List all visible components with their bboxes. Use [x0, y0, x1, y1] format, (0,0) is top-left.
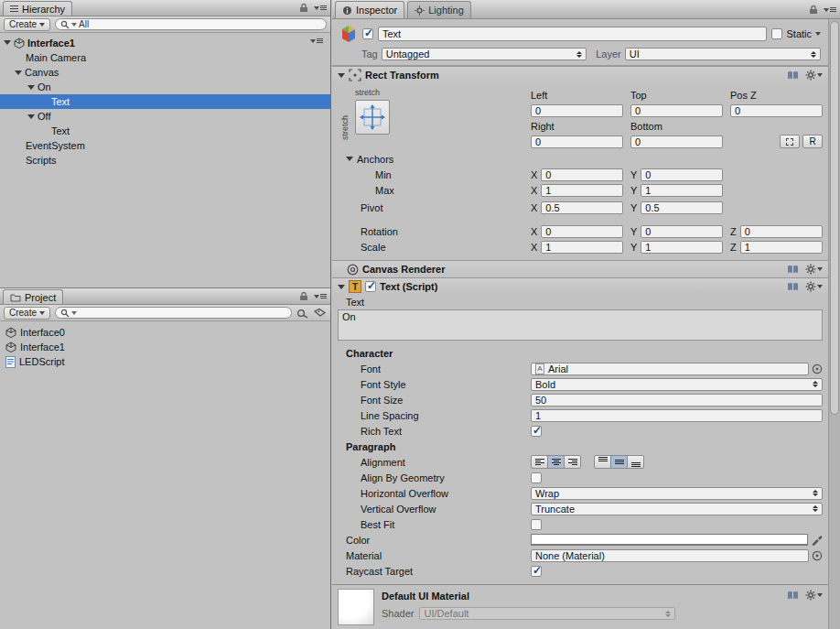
lock-icon[interactable] — [809, 5, 818, 15]
gameobject-name-field[interactable]: Text — [378, 27, 767, 41]
tab-project[interactable]: Project — [3, 289, 63, 304]
align-top-button[interactable] — [594, 455, 611, 469]
top-field[interactable]: 0 — [630, 104, 723, 117]
scene-menu-icon[interactable] — [310, 38, 323, 43]
foldout-icon[interactable] — [15, 70, 22, 75]
object-picker-icon[interactable] — [812, 550, 823, 561]
best-fit-checkbox[interactable] — [531, 519, 542, 530]
font-object-field[interactable]: A Arial — [531, 363, 809, 375]
project-item-interface1[interactable]: Interface1 — [0, 340, 330, 354]
hierarchy-item-canvas[interactable]: Canvas — [0, 65, 330, 80]
bottom-field[interactable]: 0 — [630, 136, 723, 148]
hierarchy-item-off[interactable]: Off — [0, 109, 330, 124]
project-search-input[interactable] — [55, 307, 292, 319]
right-field[interactable]: 0 — [531, 136, 623, 148]
horizontal-overflow-dropdown[interactable]: Wrap — [531, 487, 823, 500]
align-left-button[interactable] — [531, 455, 548, 469]
project-create-button[interactable]: Create — [4, 307, 50, 320]
static-checkbox[interactable] — [771, 28, 782, 39]
hierarchy-scene-row[interactable]: Interface1 — [0, 35, 330, 50]
object-picker-icon[interactable] — [812, 363, 823, 374]
scale-y-field[interactable]: 1 — [641, 241, 723, 254]
eyedropper-icon[interactable] — [811, 534, 823, 546]
foldout-icon[interactable] — [27, 114, 35, 119]
gear-menu[interactable] — [805, 281, 823, 292]
help-book-icon[interactable] — [787, 282, 799, 292]
font-style-dropdown[interactable]: Bold — [531, 378, 823, 391]
vertical-overflow-dropdown[interactable]: Truncate — [531, 503, 823, 515]
material-preview-thumbnail[interactable] — [338, 589, 374, 625]
rotation-x-field[interactable]: 0 — [541, 225, 623, 238]
rotation-z-field[interactable]: 0 — [740, 225, 823, 238]
hierarchy-item-scripts[interactable]: Scripts — [0, 153, 330, 168]
text-script-enabled-checkbox[interactable] — [365, 281, 376, 292]
rect-transform-header[interactable]: Rect Transform — [332, 66, 828, 83]
inspector-scrollbar[interactable] — [828, 19, 840, 629]
gear-menu[interactable] — [805, 70, 823, 81]
static-dropdown-icon[interactable] — [815, 32, 821, 36]
anchor-min-x-field[interactable]: 0 — [541, 168, 623, 181]
align-right-button[interactable] — [564, 455, 581, 469]
text-value-textarea[interactable]: On — [338, 309, 823, 341]
pivot-y-field[interactable]: 0.5 — [641, 201, 723, 214]
help-book-icon[interactable] — [787, 265, 799, 275]
panel-menu-icon[interactable] — [314, 294, 327, 298]
lock-icon[interactable] — [299, 3, 308, 13]
gameobject-active-checkbox[interactable] — [362, 28, 373, 39]
help-book-icon[interactable] — [787, 70, 799, 81]
rotation-y-field[interactable]: 0 — [641, 225, 723, 238]
left-field[interactable]: 0 — [531, 104, 623, 117]
hierarchy-item-text-off[interactable]: Text — [0, 124, 330, 138]
gear-menu[interactable] — [805, 590, 823, 601]
foldout-icon[interactable] — [27, 85, 35, 90]
layer-dropdown[interactable]: UI — [625, 48, 821, 60]
help-book-icon[interactable] — [787, 591, 799, 601]
color-swatch[interactable] — [531, 534, 808, 546]
raycast-target-checkbox[interactable] — [531, 566, 542, 577]
anchor-max-y-field[interactable]: 1 — [641, 184, 723, 197]
tag-dropdown[interactable]: Untagged — [382, 48, 587, 60]
hierarchy-item-text-on-selected[interactable]: Text — [0, 94, 330, 109]
canvas-renderer-header[interactable]: Canvas Renderer — [332, 260, 828, 277]
material-object-field[interactable]: None (Material) — [531, 549, 809, 562]
rich-text-checkbox[interactable] — [531, 426, 542, 437]
text-script-header[interactable]: T Text (Script) — [332, 277, 828, 295]
panel-menu-icon[interactable] — [314, 5, 327, 10]
scale-x-field[interactable]: 1 — [541, 241, 623, 254]
scale-z-field[interactable]: 1 — [740, 241, 823, 254]
lock-icon[interactable] — [299, 291, 308, 301]
raw-edit-button[interactable]: R — [802, 135, 823, 148]
foldout-icon[interactable] — [4, 40, 11, 45]
anchor-preset-button[interactable] — [355, 100, 390, 135]
foldout-icon[interactable] — [338, 285, 345, 289]
align-center-button[interactable] — [547, 455, 565, 469]
search-by-label-icon[interactable] — [314, 308, 327, 319]
project-item-interface0[interactable]: Interface0 — [0, 325, 330, 340]
line-spacing-field[interactable]: 1 — [531, 409, 823, 422]
hierarchy-create-button[interactable]: Create — [4, 18, 50, 31]
font-size-field[interactable]: 50 — [531, 394, 823, 407]
edit-rect-button[interactable] — [780, 135, 800, 148]
foldout-icon[interactable] — [338, 73, 345, 78]
panel-menu-icon[interactable] — [824, 7, 836, 12]
hierarchy-search-input[interactable]: All — [55, 18, 327, 30]
tab-hierarchy[interactable]: Hierarchy — [3, 1, 72, 16]
align-middle-button[interactable] — [610, 455, 628, 469]
anchor-min-y-field[interactable]: 0 — [641, 168, 723, 181]
tab-lighting[interactable]: Lighting — [407, 1, 471, 18]
hierarchy-item-main-camera[interactable]: Main Camera — [0, 50, 330, 65]
align-by-geometry-checkbox[interactable] — [531, 472, 542, 483]
align-bottom-button[interactable] — [627, 455, 644, 469]
hierarchy-item-on[interactable]: On — [0, 80, 330, 94]
shader-dropdown[interactable]: UI/Default — [419, 607, 675, 620]
project-item-ledscript[interactable]: LEDScript — [0, 354, 330, 369]
pivot-x-field[interactable]: 0.5 — [541, 201, 623, 214]
gear-menu[interactable] — [805, 264, 823, 275]
posz-field[interactable]: 0 — [730, 104, 823, 117]
search-by-type-icon[interactable] — [296, 308, 309, 319]
anchors-foldout[interactable]: Anchors — [332, 151, 828, 167]
tab-inspector[interactable]: Inspector — [335, 1, 404, 18]
anchor-max-x-field[interactable]: 1 — [541, 184, 623, 197]
scrollbar-thumb[interactable] — [830, 21, 839, 415]
hierarchy-item-eventsystem[interactable]: EventSystem — [0, 138, 330, 153]
